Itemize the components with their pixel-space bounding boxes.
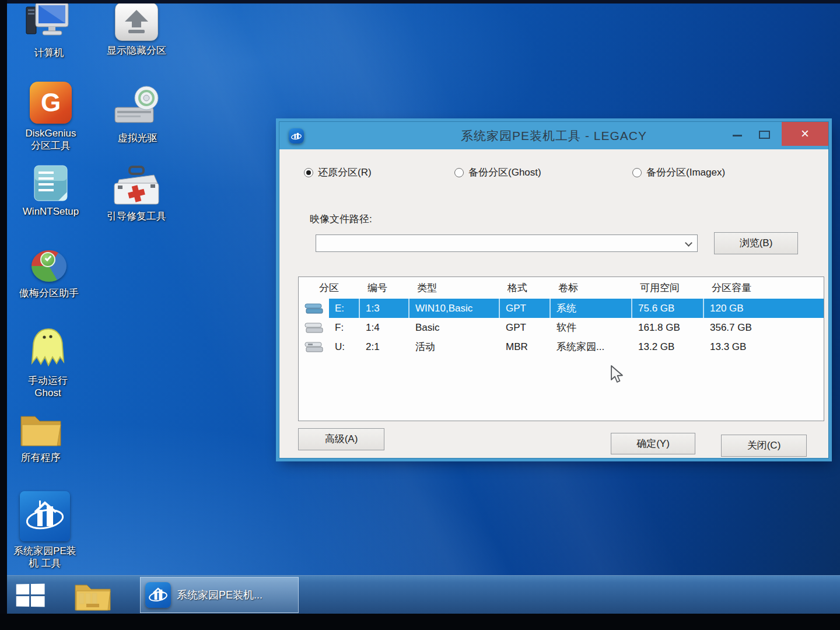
winntsetup-icon <box>33 164 69 202</box>
desktop-icon-virtual-cdrom[interactable]: 虚拟光驱 <box>92 85 183 144</box>
advanced-button[interactable]: 高级(A) <box>298 428 384 450</box>
image-path-label: 映像文件路径: <box>310 212 372 226</box>
desktop-icon-run-ghost[interactable]: 手动运行 Ghost <box>5 327 91 400</box>
desktop-icon-label: 计算机 <box>34 47 64 59</box>
usb-drive-icon <box>299 337 329 356</box>
screen-bezel-bottom <box>0 614 840 630</box>
drive-icon <box>299 318 329 337</box>
drive-icon <box>299 299 329 318</box>
desktop-icon-pe-install-tool[interactable]: 系统家园PE装 机 工具 <box>1 491 89 570</box>
desktop-icon-label: 手动运行 Ghost <box>28 374 68 400</box>
column-header[interactable]: 分区 <box>299 281 360 295</box>
radio-label: 备份分区(Ghost) <box>468 166 541 179</box>
browse-button[interactable]: 浏览(B) <box>714 232 798 254</box>
taskbar-item-label: 系统家园PE装机... <box>177 588 262 602</box>
window-body: 还原分区(R) 备份分区(Ghost) 备份分区(Imagex) 映像文件路径:… <box>279 149 828 458</box>
windows-logo-icon <box>16 584 29 594</box>
show-hidden-partitions-icon <box>115 2 158 41</box>
column-header[interactable]: 类型 <box>410 281 500 295</box>
desktop-icon-aomei-partition-assistant[interactable]: 傲梅分区助手 <box>6 249 92 299</box>
minimize-button[interactable] <box>733 135 742 136</box>
window-titlebar[interactable]: 系统家园PE装机工具 - LEGACY × <box>279 122 828 149</box>
radio-circle-icon <box>632 168 642 177</box>
mode-radio-group: 还原分区(R) 备份分区(Ghost) 备份分区(Imagex) <box>279 166 828 180</box>
desktop-background[interactable]: 计算机 显示隐藏分区 G DiskGenius 分区工具 虚拟光驱 <box>0 0 840 630</box>
virtual-cdrom-icon <box>113 85 163 128</box>
desktop-icon-label: 虚拟光驱 <box>118 132 158 144</box>
desktop-icon-computer[interactable]: 计算机 <box>6 1 92 59</box>
desktop-icon-label: 显示隐藏分区 <box>107 44 166 57</box>
column-header[interactable]: 编号 <box>360 281 410 295</box>
column-header[interactable]: 卷标 <box>551 281 632 295</box>
window-title: 系统家园PE装机工具 - LEGACY <box>279 128 828 144</box>
taskbar-item-pe-tool[interactable]: 系统家园PE装机... <box>140 577 299 613</box>
radio-circle-icon <box>454 168 464 177</box>
start-button[interactable] <box>16 583 48 608</box>
taskbar: 系统家园PE装机... <box>0 575 840 614</box>
computer-icon <box>24 1 74 43</box>
table-row-partition-u[interactable]: U: 2:1 活动 MBR 系统家园... 13.2 GB 13.3 GB <box>299 337 824 356</box>
folder-icon <box>19 411 63 448</box>
partition-listview[interactable]: 分区 编号 类型 格式 卷标 可用空间 分区容量 E: <box>298 276 824 421</box>
desktop-icon-boot-repair-tool[interactable]: 引导修复工具 <box>90 166 183 222</box>
column-header[interactable]: 分区容量 <box>704 281 824 295</box>
screen-bezel-left <box>0 0 7 630</box>
ok-button[interactable]: 确定(Y) <box>611 433 695 454</box>
radio-label: 还原分区(R) <box>318 166 372 179</box>
pe-tool-window: 系统家园PE装机工具 - LEGACY × 还原分区(R) 备份分区(Ghost… <box>279 121 829 459</box>
radio-circle-icon <box>304 168 313 177</box>
desktop-icon-label: 引导修复工具 <box>107 210 166 222</box>
table-row-partition-e[interactable]: E: 1:3 WIN10,Basic GPT 系统 75.6 GB 120 GB <box>299 299 824 318</box>
desktop-icon-label: 所有程序 <box>21 452 61 464</box>
image-path-combobox[interactable] <box>316 235 698 252</box>
desktop-icon-label: DiskGenius 分区工具 <box>26 127 76 152</box>
pe-tool-icon <box>20 491 70 541</box>
aomei-pie-icon <box>30 249 68 284</box>
desktop-icon-label: WinNTSetup <box>23 205 79 218</box>
ghost-icon <box>25 327 71 371</box>
radio-backup-partition-imagex[interactable]: 备份分区(Imagex) <box>632 166 725 179</box>
desktop-icon-show-hidden-partitions[interactable]: 显示隐藏分区 <box>91 2 182 57</box>
radio-label: 备份分区(Imagex) <box>646 166 725 179</box>
radio-restore-partition[interactable]: 还原分区(R) <box>304 166 372 179</box>
radio-backup-partition-ghost[interactable]: 备份分区(Ghost) <box>454 166 541 179</box>
desktop-icon-diskgenius[interactable]: G DiskGenius 分区工具 <box>7 82 94 152</box>
taskbar-file-explorer-button[interactable] <box>74 580 112 614</box>
diskgenius-icon: G <box>30 82 72 124</box>
listview-header: 分区 编号 类型 格式 卷标 可用空间 分区容量 <box>299 277 824 299</box>
desktop-icon-all-programs[interactable]: 所有程序 <box>1 411 80 464</box>
boot-repair-toolbox-icon <box>111 166 162 206</box>
screen-bezel-top <box>0 0 840 4</box>
desktop-icon-winntsetup[interactable]: WinNTSetup <box>7 164 94 218</box>
table-row-partition-f[interactable]: F: 1:4 Basic GPT 软件 161.8 GB 356.7 GB <box>299 318 824 337</box>
desktop-icon-label: 系统家园PE装 机 工具 <box>13 545 76 570</box>
image-path-input[interactable] <box>318 236 680 250</box>
column-header[interactable]: 可用空间 <box>632 281 704 295</box>
desktop-icon-label: 傲梅分区助手 <box>19 287 79 299</box>
chevron-down-icon[interactable] <box>685 239 692 247</box>
column-header[interactable]: 格式 <box>500 281 551 295</box>
close-button[interactable]: 关闭(C) <box>721 435 807 457</box>
mouse-cursor <box>610 365 625 386</box>
pe-tool-icon <box>145 582 171 608</box>
close-window-button[interactable]: × <box>782 122 828 146</box>
maximize-button[interactable] <box>759 131 770 139</box>
